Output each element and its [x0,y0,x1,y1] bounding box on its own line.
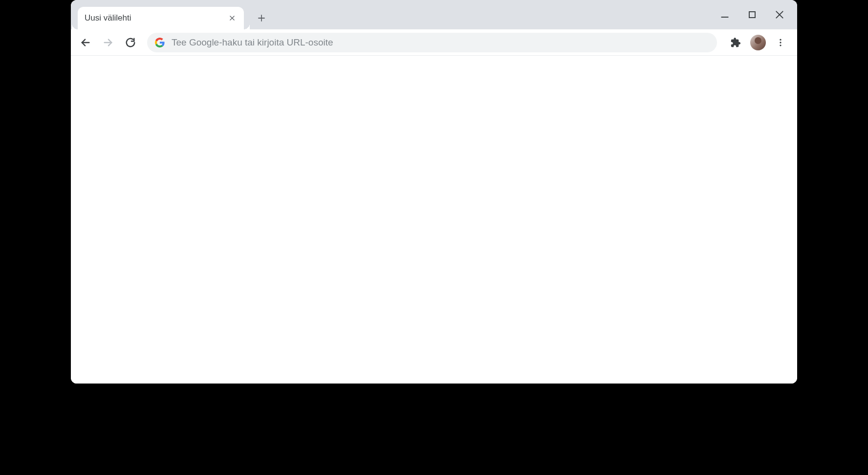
kebab-menu-icon[interactable] [772,34,789,51]
browser-window: Uusi välilehti [71,0,797,384]
svg-point-11 [780,42,781,43]
svg-rect-5 [749,12,755,18]
extensions-icon[interactable] [727,34,744,51]
omnibox-input[interactable] [172,37,709,48]
toolbar-right [724,34,792,51]
forward-button[interactable] [98,33,118,52]
window-controls [718,0,793,29]
back-button[interactable] [76,33,95,52]
minimize-button[interactable] [718,8,732,22]
tab-active[interactable]: Uusi välilehti [78,7,244,29]
reload-button[interactable] [121,33,140,52]
tab-strip: Uusi välilehti [71,0,797,29]
tab-close-icon[interactable] [227,13,237,23]
maximize-button[interactable] [745,8,759,22]
svg-point-10 [780,39,781,40]
page-content [71,56,797,384]
google-icon [155,38,165,47]
profile-avatar[interactable] [750,35,766,50]
toolbar [71,29,797,56]
tab-title: Uusi välilehti [85,13,227,23]
svg-point-12 [780,45,781,46]
close-window-button[interactable] [773,8,786,22]
new-tab-button[interactable] [253,9,270,27]
address-bar[interactable] [147,33,717,52]
